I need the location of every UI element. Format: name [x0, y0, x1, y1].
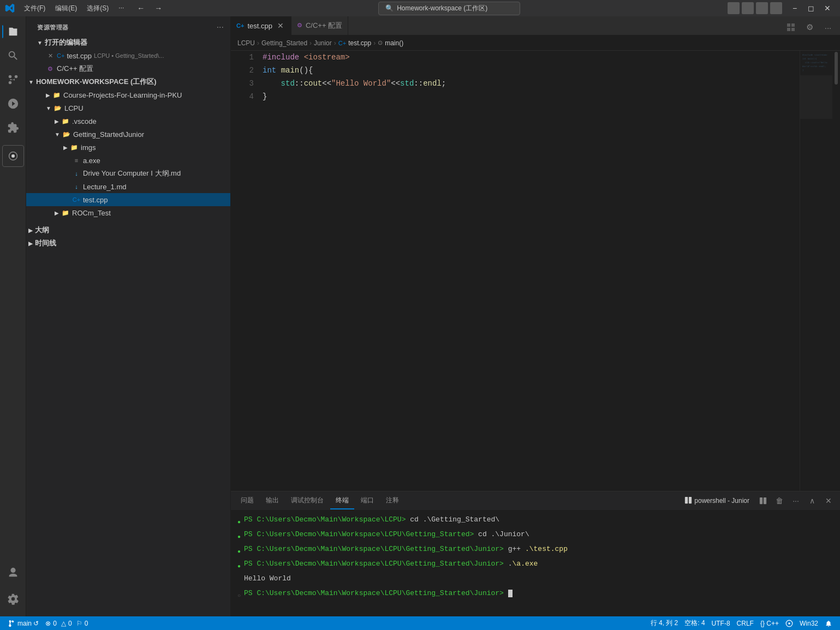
- status-spaces-text: 空格: 4: [684, 619, 705, 628]
- tab-cpp-icon: C+: [236, 22, 244, 29]
- menu-select[interactable]: 选择(S): [82, 2, 113, 15]
- status-encoding[interactable]: UTF-8: [708, 616, 734, 630]
- breadcrumb-test-cpp[interactable]: test.cpp: [348, 39, 371, 47]
- maximize-button[interactable]: ◻: [803, 0, 819, 16]
- menu-more[interactable]: ···: [114, 2, 128, 15]
- menu-edit[interactable]: 编辑(E): [51, 2, 81, 15]
- terminal-title: powershell - Junior: [694, 497, 749, 505]
- back-button[interactable]: ←: [133, 0, 149, 16]
- breadcrumb-lcpu[interactable]: LCPU: [237, 39, 255, 47]
- tab-test-cpp[interactable]: C+ test.cpp ✕: [231, 16, 291, 35]
- getting-started-folder[interactable]: ▼ 📂 Getting_Started\Junior: [26, 128, 230, 141]
- status-language[interactable]: {} C++: [757, 616, 782, 630]
- outline-label: 大纲: [35, 225, 49, 235]
- layout-btn-4[interactable]: [770, 2, 782, 14]
- search-activity-icon[interactable]: [2, 45, 24, 67]
- tab-cpp-config[interactable]: ⚙ C/C++ 配置: [291, 16, 348, 35]
- course-projects-folder[interactable]: ▶ 📁 Course-Projects-For-Learning-in-PKU: [26, 88, 230, 101]
- layout-btn-2[interactable]: [742, 2, 754, 14]
- search-text: Homework-workspace (工作区): [397, 4, 487, 13]
- status-remote[interactable]: [782, 616, 796, 630]
- split-editor-button[interactable]: [783, 20, 799, 35]
- panel-tab-output[interactable]: 输出: [260, 493, 284, 509]
- settings-gear-button[interactable]: ⚙: [802, 20, 817, 35]
- open-editors-toggle[interactable]: ▼ 打开的编辑器: [26, 36, 230, 49]
- code-content[interactable]: #include <iostream> int main(){ std::cou…: [258, 51, 800, 491]
- tab-bar: C+ test.cpp ✕ ⚙ C/C++ 配置 ⚙ ···: [231, 16, 840, 35]
- rocm-folder[interactable]: ▶ 📁 ROCm_Test: [26, 206, 230, 219]
- status-error-count: 0: [53, 620, 57, 627]
- status-errors[interactable]: ⊗ 0 △ 0 ⚐ 0: [42, 616, 91, 630]
- timeline-toggle[interactable]: ▶ 时间线: [26, 237, 230, 250]
- panel-tabs-right: powershell - Junior 🗑 ··· ∧ ✕: [680, 494, 836, 508]
- lcpu-folder[interactable]: ▼ 📂 LCPU: [26, 101, 230, 115]
- remote-activity-icon[interactable]: [2, 145, 24, 167]
- search-bar[interactable]: 🔍 Homework-workspace (工作区): [378, 2, 520, 15]
- test-cpp-file[interactable]: C+ test.cpp: [26, 193, 230, 206]
- more-actions-button[interactable]: ···: [820, 20, 836, 35]
- folder-icon-rocm: 📁: [61, 208, 70, 217]
- menu-file[interactable]: 文件(F): [20, 2, 50, 15]
- error-icon: ⊗: [45, 620, 51, 627]
- status-eol[interactable]: CRLF: [734, 616, 757, 630]
- outline-toggle[interactable]: ▶ 大纲: [26, 224, 230, 237]
- term-text-5: Hello World: [244, 573, 291, 585]
- layout-btn-1[interactable]: [728, 2, 740, 14]
- status-position[interactable]: 行 4, 列 2: [647, 616, 682, 630]
- open-editor-cpp-config[interactable]: ⚙ C/C++ 配置: [26, 62, 230, 75]
- close-button[interactable]: ✕: [819, 0, 836, 16]
- drive-md-file[interactable]: ↓ Drive Your Computer I 大纲.md: [26, 167, 230, 180]
- lecture-md-file[interactable]: ↓ Lecture_1.md: [26, 180, 230, 193]
- panel-tab-debug[interactable]: 调试控制台: [285, 493, 329, 509]
- terminal-line-3: ● PS C:\Users\Decmo\Main\Workspace\LCPU\…: [237, 543, 833, 558]
- status-platform[interactable]: Win32: [796, 616, 821, 630]
- extensions-activity-icon[interactable]: [2, 117, 24, 139]
- panel-more-button[interactable]: ···: [789, 494, 803, 508]
- panel-tab-ports[interactable]: 端口: [355, 493, 379, 509]
- breadcrumb-main[interactable]: main(): [385, 39, 403, 47]
- account-activity-icon[interactable]: [2, 562, 24, 584]
- panel-tab-terminal[interactable]: 终端: [330, 493, 354, 509]
- panel-tab-comments[interactable]: 注释: [380, 493, 404, 509]
- term-text-2: PS C:\Users\Decmo\Main\Workspace\LCPU\Ge…: [244, 529, 529, 541]
- status-branch[interactable]: main ↺: [4, 616, 42, 630]
- layout-btn-3[interactable]: [756, 2, 768, 14]
- menu-bar: 文件(F) 编辑(E) 选择(S) ···: [20, 2, 128, 15]
- new-terminal-button[interactable]: [756, 494, 770, 508]
- status-spaces[interactable]: 空格: 4: [681, 616, 708, 630]
- scrollbar-thumb: [835, 52, 838, 85]
- editor-scrollbar[interactable]: [832, 51, 840, 491]
- run-activity-icon[interactable]: [2, 93, 24, 115]
- panel-tab-problems[interactable]: 问题: [235, 493, 259, 509]
- tab-close-test-cpp[interactable]: ✕: [276, 21, 285, 31]
- open-editor-name: test.cpp: [67, 52, 92, 60]
- explorer-activity-icon[interactable]: [2, 21, 24, 43]
- status-notifications[interactable]: [821, 616, 836, 630]
- a-exe-file[interactable]: ≡ a.exe: [26, 154, 230, 167]
- minimap: #include <iostream>int main(){ std::cout…: [800, 51, 832, 491]
- test-cpp-label: test.cpp: [83, 196, 108, 204]
- workspace-toggle[interactable]: ▼ HOMEWORK-WORKSPACE (工作区): [26, 75, 230, 88]
- course-projects-label: Course-Projects-For-Learning-in-PKU: [63, 91, 182, 99]
- terminal-area[interactable]: ● PS C:\Users\Decmo\Main\Workspace\LCPU>…: [231, 511, 840, 616]
- open-editor-test-cpp[interactable]: ✕ C+ test.cpp LCPU • Getting_Started\...: [26, 49, 230, 62]
- panel-up-button[interactable]: ∧: [805, 494, 819, 508]
- close-editor-icon[interactable]: ✕: [46, 51, 55, 60]
- breadcrumb-getting-started[interactable]: Getting_Started: [261, 39, 307, 47]
- status-language-text: {} C++: [760, 620, 779, 627]
- editor-area[interactable]: 1 2 3 4 #include <iostream> int main(){ …: [231, 51, 840, 491]
- forward-button[interactable]: →: [150, 0, 166, 16]
- panel-tabs: 问题 输出 调试控制台 终端 端口 注释 powershell - Junior: [231, 491, 840, 511]
- settings-activity-icon[interactable]: [2, 588, 24, 610]
- imgs-folder[interactable]: ▶ 📁 imgs: [26, 141, 230, 154]
- delete-terminal-button[interactable]: 🗑: [772, 494, 787, 508]
- minimize-button[interactable]: −: [787, 0, 803, 16]
- terminal-title-area: powershell - Junior: [680, 496, 754, 506]
- source-control-activity-icon[interactable]: [2, 69, 24, 91]
- panel: 问题 输出 调试控制台 终端 端口 注释 powershell - Junior: [231, 491, 840, 616]
- vscode-folder[interactable]: ▶ 📁 .vscode: [26, 115, 230, 128]
- sidebar-more-button[interactable]: ···: [217, 22, 224, 32]
- workspace-label: HOMEWORK-WORKSPACE (工作区): [36, 77, 157, 87]
- breadcrumb-junior[interactable]: Junior: [314, 39, 332, 47]
- panel-close-button[interactable]: ✕: [821, 494, 836, 508]
